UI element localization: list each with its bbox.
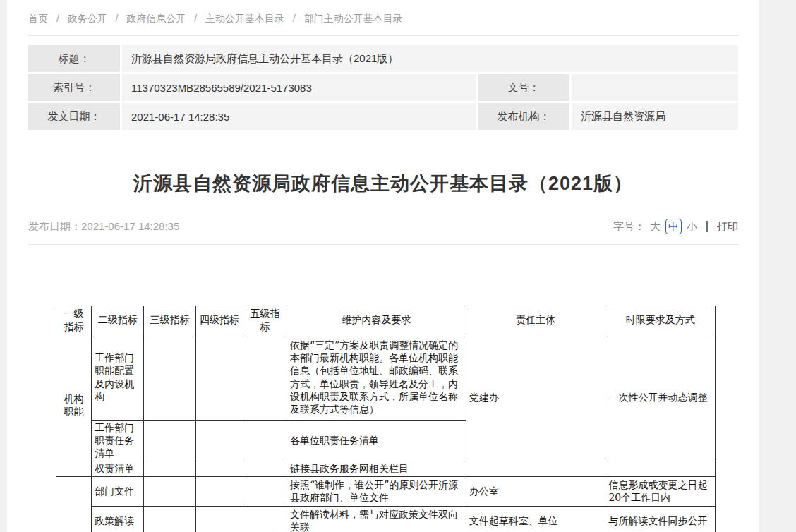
print-button[interactable]: 打印	[717, 220, 738, 234]
cell-empty	[144, 476, 195, 506]
header-content: 维护内容及要求	[287, 306, 466, 334]
cell-deadline: 一次性公开并动态调整	[605, 334, 716, 461]
table-row: 部门文件 按照“谁制作，谁公开”的原则公开沂源县政府部门、单位文件 办公室 信息…	[56, 476, 716, 506]
meta-row-date: 发文日期： 2021-06-17 14:28:35 发布机构： 沂源县自然资源局	[28, 103, 738, 130]
toolbar-divider	[706, 221, 708, 232]
cell-content: 各单位职责任务清单	[287, 421, 466, 461]
cell-empty	[195, 421, 243, 461]
content-card: 首页 / 政务公开 / 政府信息公开 / 主动公开基本目录 / 部门主动公开基本…	[7, 0, 759, 532]
meta-row-title: 标题： 沂源县自然资源局政府信息主动公开基本目录（2021版）	[28, 45, 738, 72]
document-meta-table: 标题： 沂源县自然资源局政府信息主动公开基本目录（2021版） 索引号： 113…	[28, 45, 738, 130]
breadcrumb-item-jibenmulu[interactable]: 主动公开基本目录	[205, 13, 284, 24]
meta-row-index: 索引号： 11370323MB28565589/2021-5173083 文号：	[28, 74, 738, 101]
header-level2: 二级指标	[92, 306, 144, 334]
header-level1: 一级指标	[56, 306, 92, 334]
cell-content: 依据“三定”方案及职责调整情况确定的本部门最新机构职能。各单位机构职能信息（包括…	[287, 334, 466, 421]
cell-owner: 文件起草科室、单位	[466, 506, 605, 532]
cell-empty	[144, 421, 195, 461]
header-owner: 责任主体	[466, 306, 605, 334]
cell-level2: 工作部门职能配置及内设机构	[92, 334, 144, 421]
cell-level2: 工作部门职责任务清单	[92, 421, 144, 461]
fontsize-medium-button[interactable]: 中	[665, 219, 682, 234]
cell-empty	[144, 461, 195, 476]
breadcrumb-item-current: 部门主动公开基本目录	[304, 13, 403, 24]
meta-docno-value	[572, 74, 738, 101]
cell-level2: 政策解读	[92, 506, 144, 532]
cell-empty	[243, 506, 287, 532]
cell-empty	[195, 476, 243, 506]
fontsize-small-button[interactable]: 小	[687, 220, 697, 234]
cell-level1-group2	[56, 476, 92, 532]
cell-empty	[243, 421, 287, 461]
table-row: 机构职能 工作部门职能配置及内设机构 依据“三定”方案及职责调整情况确定的本部门…	[56, 334, 716, 421]
meta-index-label: 索引号：	[28, 74, 120, 101]
meta-date-value: 2021-06-17 14:28:35	[122, 103, 476, 130]
cell-deadline: 信息形成或变更之日起20个工作日内	[605, 476, 716, 506]
breadcrumb-separator: /	[56, 13, 59, 24]
fontsize-large-button[interactable]: 大	[650, 220, 661, 234]
catalog-table: 一级指标 二级指标 三级指标 四级指标 五级指标 维护内容及要求 责任主体 时限…	[56, 306, 716, 532]
breadcrumb-item-xinxigongkai[interactable]: 政府信息公开	[126, 13, 186, 24]
publish-date-value: 2021-06-17 14:28:35	[81, 220, 179, 232]
cell-deadline: 与所解读文件同步公开	[605, 506, 716, 532]
breadcrumb-separator: /	[293, 13, 296, 24]
article-divider	[28, 244, 738, 245]
fontsize-tools: 字号： 大 中 小 打印	[613, 219, 738, 234]
cell-content: 文件解读材料，需与对应政策文件双向关联	[287, 506, 466, 532]
breadcrumb: 首页 / 政务公开 / 政府信息公开 / 主动公开基本目录 / 部门主动公开基本…	[28, 0, 738, 25]
catalog-header-row: 一级指标 二级指标 三级指标 四级指标 五级指标 维护内容及要求 责任主体 时限…	[56, 306, 716, 334]
cell-empty	[144, 506, 195, 532]
breadcrumb-item-zhengwu[interactable]: 政务公开	[68, 13, 107, 24]
header-level3: 三级指标	[144, 306, 195, 334]
cell-empty	[243, 334, 287, 421]
publish-date: 发布日期：2021-06-17 14:28:35	[28, 220, 179, 234]
meta-date-label: 发文日期：	[28, 103, 120, 130]
cell-empty	[195, 334, 243, 421]
meta-title-label: 标题：	[28, 45, 120, 72]
page-background: 首页 / 政务公开 / 政府信息公开 / 主动公开基本目录 / 部门主动公开基本…	[0, 0, 796, 532]
meta-title-value: 沂源县自然资源局政府信息主动公开基本目录（2021版）	[122, 45, 738, 72]
cell-level2: 部门文件	[92, 476, 144, 506]
fontsize-label: 字号：	[613, 220, 645, 234]
header-level5: 五级指标	[243, 306, 287, 334]
catalog-table-container: 一级指标 二级指标 三级指标 四级指标 五级指标 维护内容及要求 责任主体 时限…	[56, 306, 738, 532]
cell-empty	[243, 476, 287, 506]
cell-empty	[195, 506, 243, 532]
cell-empty	[243, 461, 287, 476]
cell-content-merged: 链接县政务服务网相关栏目	[287, 461, 716, 476]
header-level4: 四级指标	[195, 306, 243, 334]
breadcrumb-divider	[28, 35, 738, 36]
cell-owner: 办公室	[466, 476, 605, 506]
table-row: 政策解读 文件解读材料，需与对应政策文件双向关联 文件起草科室、单位 与所解读文…	[56, 506, 716, 532]
meta-index-value: 11370323MB28565589/2021-5173083	[122, 74, 476, 101]
cell-level2: 权责清单	[92, 461, 144, 476]
breadcrumb-separator: /	[194, 13, 197, 24]
header-deadline: 时限要求及方式	[605, 306, 716, 334]
breadcrumb-item-home[interactable]: 首页	[28, 13, 48, 24]
breadcrumb-separator: /	[116, 13, 119, 24]
cell-empty	[144, 334, 195, 421]
cell-owner: 党建办	[466, 334, 605, 461]
cell-empty	[195, 461, 243, 476]
publish-date-label: 发布日期：	[28, 220, 81, 232]
cell-level1-group1: 机构职能	[56, 334, 92, 477]
meta-org-label: 发布机构：	[478, 103, 569, 130]
table-row: 权责清单 链接县政务服务网相关栏目	[56, 461, 716, 476]
page-title: 沂源县自然资源局政府信息主动公开基本目录（2021版）	[28, 171, 738, 196]
meta-org-value: 沂源县自然资源局	[572, 103, 738, 130]
cell-content: 按照“谁制作，谁公开”的原则公开沂源县政府部门、单位文件	[287, 476, 466, 506]
meta-docno-label: 文号：	[478, 74, 569, 101]
article-toolbar: 发布日期：2021-06-17 14:28:35 字号： 大 中 小 打印	[28, 219, 738, 234]
